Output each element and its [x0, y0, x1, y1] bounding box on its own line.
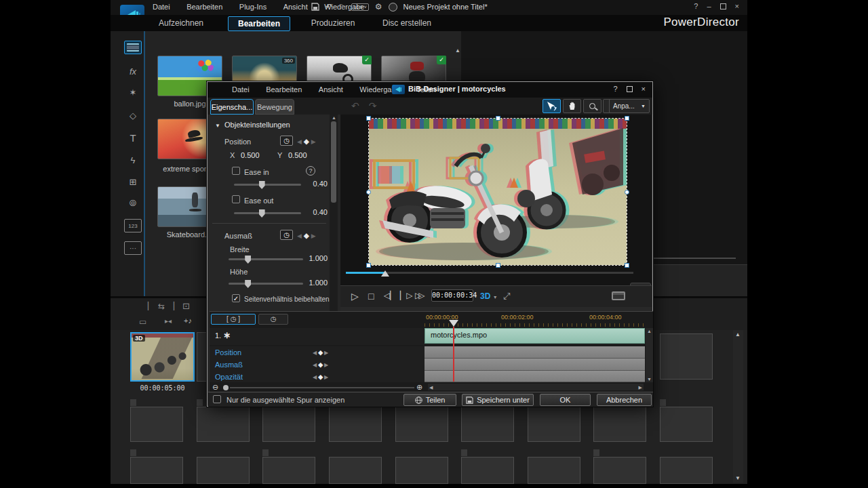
dialog-undo-redo-icons[interactable]: ↶↷	[351, 100, 386, 111]
scale-keyframe-button[interactable]: ◷	[280, 230, 293, 240]
empty-clip-slot[interactable]	[593, 407, 646, 442]
minimize-button[interactable]: –	[707, 2, 711, 10]
resize-handle-n[interactable]	[496, 116, 500, 121]
resize-handle-se[interactable]	[625, 263, 629, 268]
empty-clip-slot[interactable]	[528, 457, 580, 484]
position-keyframe-button[interactable]: ◷	[280, 136, 293, 146]
empty-clip-slot[interactable]	[130, 457, 183, 484]
scroll-up-icon[interactable]: ▲	[647, 329, 652, 333]
slider-thumb[interactable]	[259, 181, 265, 189]
keyframe-lane[interactable]	[425, 359, 645, 371]
move-tool-button[interactable]	[542, 99, 561, 113]
timeline-hscrollbar[interactable]: ◀ ▶	[428, 384, 644, 390]
dialog-menu-ansicht[interactable]: Ansicht	[312, 82, 350, 97]
sidebar-title-room[interactable]: T	[124, 131, 142, 144]
empty-clip-slot[interactable]	[262, 457, 315, 484]
dialog-help-button[interactable]: ?	[613, 85, 617, 93]
sidebar-media-room[interactable]	[124, 41, 142, 54]
sidebar-mixing-room[interactable]: ⊞	[124, 175, 142, 188]
share-button[interactable]: Teilen	[403, 394, 456, 406]
ok-button[interactable]: OK	[540, 394, 591, 406]
seek-thumb[interactable]	[381, 270, 389, 277]
trim-tool-icon[interactable]: ▸◂	[165, 317, 172, 325]
zoom-in-timeline-icon[interactable]: ⊕	[416, 383, 425, 391]
position-keyframe-nav[interactable]: ◀◆▶	[297, 138, 316, 145]
empty-clip-slot[interactable]	[262, 407, 315, 442]
sidebar-subtitle-room[interactable]: ···	[124, 241, 142, 255]
preview-seek-bar[interactable]	[346, 272, 633, 274]
help-icon[interactable]: ?	[306, 166, 315, 176]
height-slider[interactable]	[229, 283, 303, 285]
sidebar-particle-room[interactable]: ◇	[124, 108, 142, 122]
zoom-out-button[interactable]	[583, 99, 601, 113]
sidebar-effect-room[interactable]: fx	[124, 64, 142, 78]
tab-aufzeichnen[interactable]: Aufzeichnen	[149, 16, 213, 30]
empty-clip-slot[interactable]	[329, 457, 382, 484]
hand-tool-button[interactable]	[563, 99, 581, 113]
scroll-up-icon[interactable]: ▲	[735, 331, 741, 338]
empty-clip-slot[interactable]	[395, 457, 448, 484]
menu-bearbeiten[interactable]: Bearbeiten	[180, 0, 229, 14]
crop-tool-icon[interactable]: ⊡	[182, 301, 190, 311]
fast-forward-button[interactable]: ▷▷	[415, 291, 422, 300]
slider-thumb[interactable]	[245, 280, 251, 288]
resize-handle-sw[interactable]	[366, 263, 371, 268]
settings-gear-icon[interactable]: ⚙	[375, 2, 382, 12]
save-icon[interactable]	[311, 3, 319, 11]
tab-produzieren[interactable]: Produzieren	[302, 16, 365, 30]
ease-out-checkbox[interactable]	[232, 195, 240, 203]
clock-mode-button[interactable]: ◷	[258, 314, 288, 325]
close-button[interactable]: ×	[735, 2, 739, 10]
dialog-close-button[interactable]: ×	[642, 85, 646, 93]
slider-thumb[interactable]	[245, 256, 251, 264]
empty-clip-slot[interactable]	[660, 407, 713, 442]
y-value[interactable]: 0.500	[288, 151, 315, 159]
slider-thumb[interactable]	[259, 209, 265, 218]
empty-clip-slot[interactable]	[197, 457, 250, 484]
empty-clip-slot[interactable]	[197, 407, 250, 442]
redo-icon[interactable]: ↷	[338, 2, 345, 12]
dialog-menu-datei[interactable]: Datei	[225, 82, 256, 97]
snapshot-icon[interactable]	[612, 291, 625, 300]
empty-clip-slot[interactable]	[528, 407, 580, 442]
stop-button[interactable]: □	[368, 291, 374, 302]
range-select-icon[interactable]: ▭	[139, 317, 146, 327]
next-frame-button[interactable]: ▏▷	[400, 291, 412, 300]
sidebar-chapter-room[interactable]: 123	[124, 219, 142, 232]
tab-disc-erstellen[interactable]: Disc erstellen	[373, 16, 441, 30]
scroll-down-icon[interactable]: ▼	[647, 377, 652, 382]
playhead-handle[interactable]	[449, 320, 458, 327]
keyframe-lane[interactable]	[425, 346, 645, 359]
scale-keyframe-nav[interactable]: ◀◆▶	[297, 232, 316, 239]
resize-handle-e[interactable]	[625, 190, 629, 195]
keep-aspect-checkbox[interactable]: ✓	[232, 294, 240, 302]
tab-eigenschaften[interactable]: Eigenscha...	[210, 99, 254, 115]
add-music-icon[interactable]: +♪	[184, 317, 192, 325]
sidebar-voiceover-room[interactable]: ⦾	[124, 197, 142, 210]
zoom-slider-thumb[interactable]	[223, 385, 229, 390]
ease-in-checkbox[interactable]	[232, 167, 240, 175]
preview-image-motorcycles[interactable]	[369, 119, 627, 265]
dialog-maximize-button[interactable]	[627, 86, 633, 92]
zoom-out-timeline-icon[interactable]: ⊖	[212, 383, 220, 391]
resize-handle-ne[interactable]	[625, 116, 629, 121]
scroll-down-icon[interactable]: ▼	[735, 475, 741, 481]
split-tool-icon[interactable]: ⇆	[158, 302, 165, 311]
restore-button[interactable]	[720, 3, 726, 9]
library-scroll-up-icon[interactable]: ▲	[455, 47, 460, 54]
menu-ansicht[interactable]: Ansicht	[277, 0, 315, 14]
section-objekteinstellungen[interactable]: ▼ Objekteinstellungen	[215, 121, 334, 129]
scroll-right-icon[interactable]: ▶	[639, 385, 642, 390]
ease-out-slider[interactable]	[234, 212, 301, 214]
resize-handle-nw[interactable]	[366, 116, 371, 121]
show-selected-track-checkbox[interactable]	[213, 395, 221, 403]
resize-handle-s[interactable]	[496, 263, 500, 268]
scroll-up-icon[interactable]: ▲	[332, 115, 336, 120]
help-button[interactable]: ?	[694, 2, 698, 10]
notification-icon[interactable]	[389, 3, 397, 12]
keyframe-lane[interactable]	[425, 371, 645, 382]
cancel-button[interactable]: Abbrechen	[597, 394, 652, 406]
resize-handle-w[interactable]	[366, 190, 371, 195]
empty-clip-slot[interactable]	[130, 407, 183, 442]
scroll-left-icon[interactable]: ◀	[429, 385, 433, 390]
